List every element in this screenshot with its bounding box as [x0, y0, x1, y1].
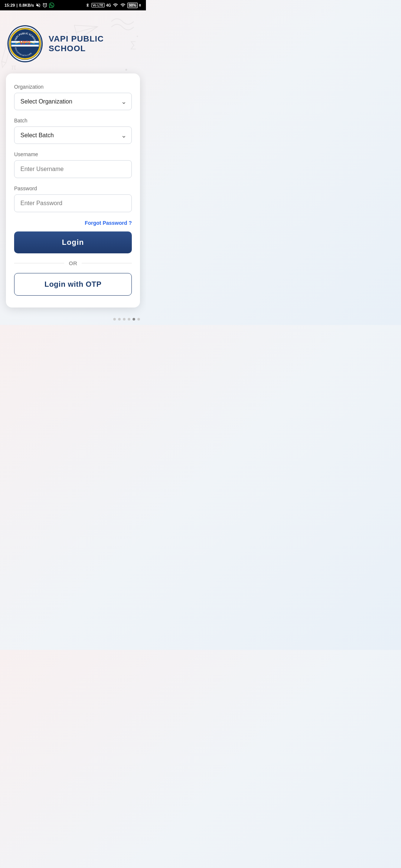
- or-text: OR: [69, 260, 77, 266]
- logo-svg: VAPI PUBLIC SCHOOL VPS EDUCATION WITH CA…: [9, 26, 42, 62]
- pagination-dots: [0, 315, 146, 325]
- dot-1: [113, 318, 116, 320]
- svg-text:Little Angels: Little Angels: [20, 50, 30, 52]
- username-input[interactable]: [14, 160, 132, 178]
- data-speed: 0.8KB/s: [19, 3, 34, 7]
- signal-icon: [113, 3, 118, 8]
- whatsapp-icon: [49, 3, 54, 8]
- dot-4: [128, 318, 130, 320]
- status-bar: 15:29 | 0.8KB/s Vo LTE 4G: [0, 0, 146, 10]
- status-left: 15:29 | 0.8KB/s: [4, 3, 54, 8]
- organization-field-group: Organization Select Organization ⌄: [14, 84, 132, 110]
- or-line-right: [82, 263, 132, 264]
- or-line-left: [14, 263, 64, 264]
- signal-icon-2: [120, 3, 126, 8]
- status-right: Vo LTE 4G 98%: [85, 3, 141, 8]
- alarm-icon: [42, 3, 48, 8]
- username-field-group: Username: [14, 151, 132, 178]
- password-input[interactable]: [14, 194, 132, 212]
- dot-5-active: [133, 318, 135, 320]
- forgot-password-container: Forgot Password ?: [14, 220, 132, 226]
- battery-level: 98: [129, 3, 133, 7]
- batch-select[interactable]: Select Batch: [14, 126, 132, 144]
- forgot-password-link[interactable]: Forgot Password ?: [85, 220, 132, 226]
- dot-6: [137, 318, 140, 320]
- organization-label: Organization: [14, 84, 132, 90]
- batch-field-group: Batch Select Batch ⌄: [14, 118, 132, 144]
- username-label: Username: [14, 151, 132, 157]
- network-type: 4G: [106, 3, 111, 7]
- time: 15:29: [4, 3, 15, 7]
- bluetooth-icon: [85, 3, 90, 8]
- dot-2: [118, 318, 121, 320]
- school-logo: VAPI PUBLIC SCHOOL VPS EDUCATION WITH CA…: [7, 25, 43, 62]
- charging-icon: [138, 3, 141, 7]
- volte-badge: Vo LTE: [91, 3, 105, 7]
- otp-login-button[interactable]: Login with OTP: [14, 273, 132, 296]
- school-name-text: VAPI PUBLIC SCHOOL: [49, 34, 138, 54]
- login-form-card: Organization Select Organization ⌄ Batch…: [6, 73, 140, 308]
- organization-select[interactable]: Select Organization: [14, 93, 132, 110]
- network-speed: |: [16, 3, 17, 7]
- or-divider: OR: [14, 260, 132, 266]
- password-label: Password: [14, 185, 132, 191]
- mute-icon: [36, 3, 41, 8]
- batch-label: Batch: [14, 118, 132, 124]
- dot-3: [123, 318, 125, 320]
- batch-dropdown-wrapper[interactable]: Select Batch ⌄: [14, 126, 132, 144]
- password-field-group: Password: [14, 185, 132, 212]
- header-area: VAPI PUBLIC SCHOOL VPS EDUCATION WITH CA…: [0, 10, 146, 70]
- login-button[interactable]: Login: [14, 231, 132, 253]
- battery-indicator: 98%: [127, 3, 141, 8]
- organization-dropdown-wrapper[interactable]: Select Organization ⌄: [14, 93, 132, 110]
